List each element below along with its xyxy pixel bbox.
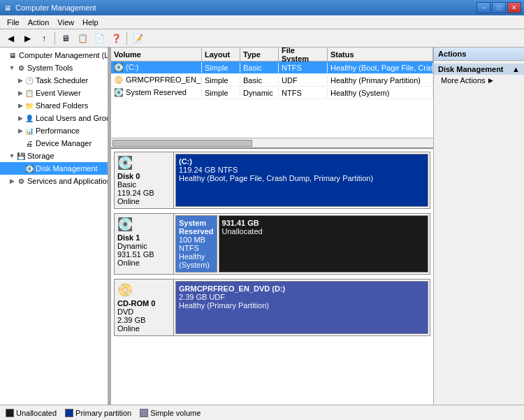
tree-item-event-viewer[interactable]: ▶📋Event Viewer <box>0 87 108 99</box>
actions-disk-management-label: Disk Management <box>438 65 504 73</box>
tree-item-services[interactable]: ▶⚙Services and Applications <box>0 175 108 187</box>
restore-button[interactable]: □ <box>492 2 506 13</box>
item-icon-event-viewer: 📋 <box>24 88 34 98</box>
help-toolbar-button[interactable]: ❓ <box>108 31 124 46</box>
disk-info-disk1: 💽Disk 1Dynamic931.51 GBOnline <box>115 214 174 274</box>
legend-simple: Simple volume <box>140 409 201 417</box>
expand-icon-system-tools[interactable]: ▼ <box>8 64 15 71</box>
part-name: GRMCPRFREO_EN_DVD (D:) <box>179 284 425 293</box>
expand-icon-services[interactable]: ▶ <box>8 178 15 184</box>
back-button[interactable]: ◀ <box>3 31 18 46</box>
title-bar-buttons[interactable]: − □ ✕ <box>476 2 521 13</box>
menu-file[interactable]: File <box>3 15 24 29</box>
actions-pane: Actions Disk Management ▲ More Actions ▶ <box>433 48 524 405</box>
scrollbar-thumb[interactable] <box>112 140 252 147</box>
td-volume: 💽 System Reserved <box>111 87 202 98</box>
actions-header: Actions <box>434 48 524 61</box>
table-scrollbar[interactable] <box>111 138 433 147</box>
item-label-system-tools: System Tools <box>27 64 73 72</box>
up-button[interactable]: ↑ <box>36 31 52 46</box>
table-body: 💽 (C:)SimpleBasicNTFSHealthy (Boot, Page… <box>111 61 433 138</box>
window-icon: 🖥 <box>3 3 13 13</box>
properties-button[interactable]: 📋 <box>75 31 90 46</box>
more-actions-arrow: ▶ <box>488 77 493 84</box>
partition-cdrom0-0[interactable]: GRMCPRFREO_EN_DVD (D:)2.39 GB UDFHealthy… <box>175 281 428 334</box>
expand-icon-storage[interactable]: ▼ <box>8 152 15 159</box>
title-bar: 🖥 Computer Management − □ ✕ <box>0 0 524 15</box>
forward-button[interactable]: ▶ <box>20 31 35 46</box>
legend-unallocated-label: Unallocated <box>16 409 57 417</box>
td-filesystem: NTFS <box>279 88 328 98</box>
expand-icon-disk-management[interactable] <box>17 165 24 172</box>
tree-item-local-users[interactable]: ▶👤Local Users and Groups <box>0 112 108 124</box>
horizontal-scrollbar[interactable] <box>111 138 433 148</box>
menu-help[interactable]: Help <box>78 15 103 29</box>
col-volume[interactable]: Volume <box>111 48 202 61</box>
item-label-root: Computer Management (Local <box>19 51 108 59</box>
legend-simple-color <box>140 409 148 417</box>
item-label-shared-folders: Shared Folders <box>36 101 88 110</box>
partition-disk1-0[interactable]: System Reserved100 MB NTFSHealthy (Syste… <box>175 215 217 273</box>
part-status: Healthy (Boot, Page File, Crash Dump, Pr… <box>179 174 425 182</box>
item-icon-task-scheduler: 🕐 <box>24 75 34 85</box>
tree-item-shared-folders[interactable]: ▶📁Shared Folders <box>0 99 108 112</box>
expand-icon-shared-folders[interactable]: ▶ <box>17 102 24 109</box>
tree-item-root[interactable]: 🖥Computer Management (Local <box>0 49 108 61</box>
item-label-performance: Performance <box>36 126 80 135</box>
table-row[interactable]: 💽 (C:)SimpleBasicNTFSHealthy (Boot, Page… <box>111 61 433 74</box>
partition-disk1-1[interactable]: 931.41 GBUnallocated <box>219 215 428 273</box>
disk-size-disk0: 119.24 GB <box>117 189 170 197</box>
disk-type-disk1: Dynamic <box>117 242 170 250</box>
show-hide-button[interactable]: 🖥 <box>58 31 73 46</box>
disk-status-disk0: Online <box>117 197 170 205</box>
tree-item-performance[interactable]: ▶📊Performance <box>0 124 108 137</box>
tree-item-storage[interactable]: ▼💾Storage <box>0 150 108 162</box>
tree-item-device-manager[interactable]: 🖨Device Manager <box>0 137 108 150</box>
disk-type-disk0: Basic <box>117 180 170 189</box>
item-label-storage: Storage <box>27 152 54 160</box>
actions-more-actions-label: More Actions <box>441 76 486 85</box>
defrag-button[interactable]: 📝 <box>130 31 145 46</box>
legend-simple-label: Simple volume <box>150 409 201 417</box>
tree-item-system-tools[interactable]: ▼⚙System Tools <box>0 61 108 74</box>
legend-bar: Unallocated Primary partition Simple vol… <box>0 405 524 420</box>
refresh-button[interactable]: 📄 <box>92 31 107 46</box>
expand-icon-root[interactable] <box>0 52 7 59</box>
tree-item-task-scheduler[interactable]: ▶🕐Task Scheduler <box>0 74 108 87</box>
col-type[interactable]: Type <box>240 48 279 61</box>
expand-icon-device-manager[interactable] <box>17 140 24 147</box>
tree-item-disk-management[interactable]: 💽Disk Management <box>0 162 108 175</box>
menu-action[interactable]: Action <box>24 15 54 29</box>
actions-section: Disk Management ▲ More Actions ▶ <box>434 61 524 89</box>
disk-size-disk1: 931.51 GB <box>117 250 170 259</box>
expand-icon-local-users[interactable]: ▶ <box>17 115 24 122</box>
col-layout[interactable]: Layout <box>202 48 240 61</box>
disk-partitions-disk1: System Reserved100 MB NTFSHealthy (Syste… <box>174 214 430 274</box>
expand-icon-task-scheduler[interactable]: ▶ <box>17 77 24 84</box>
table-row[interactable]: 📀 GRMCPRFREO_EN_DVD (D:)SimpleBasicUDFHe… <box>111 74 433 87</box>
actions-disk-management[interactable]: Disk Management ▲ <box>434 64 524 75</box>
disk-icon-cdrom0: 📀 <box>117 282 170 298</box>
part-name: System Reserved <box>179 219 214 236</box>
disk-type-cdrom0: DVD <box>117 307 170 316</box>
partition-disk0-0[interactable]: (C:)119.24 GB NTFSHealthy (Boot, Page Fi… <box>175 154 428 207</box>
close-button[interactable]: ✕ <box>507 2 521 13</box>
col-status[interactable]: Status <box>328 48 433 61</box>
legend-primary-label: Primary partition <box>75 409 131 417</box>
expand-icon-performance[interactable]: ▶ <box>17 127 24 134</box>
table-row[interactable]: 💽 System ReservedSimpleDynamicNTFSHealth… <box>111 87 433 99</box>
actions-more-actions[interactable]: More Actions ▶ <box>434 75 524 86</box>
td-type: Basic <box>240 75 279 85</box>
volume-table: Volume Layout Type File System Status 💽 … <box>111 48 433 149</box>
item-label-disk-management: Disk Management <box>36 164 98 173</box>
minimize-button[interactable]: − <box>476 2 490 13</box>
td-filesystem: NTFS <box>279 63 328 73</box>
menu-view[interactable]: View <box>53 15 78 29</box>
legend-primary-color <box>65 409 73 417</box>
part-status: Healthy (Primary Partition) <box>179 301 425 310</box>
item-label-event-viewer: Event Viewer <box>36 89 81 97</box>
part-size: 2.39 GB UDF <box>179 293 425 301</box>
expand-icon-event-viewer[interactable]: ▶ <box>17 89 24 96</box>
item-icon-performance: 📊 <box>24 126 34 136</box>
col-filesystem[interactable]: File System <box>279 48 328 61</box>
